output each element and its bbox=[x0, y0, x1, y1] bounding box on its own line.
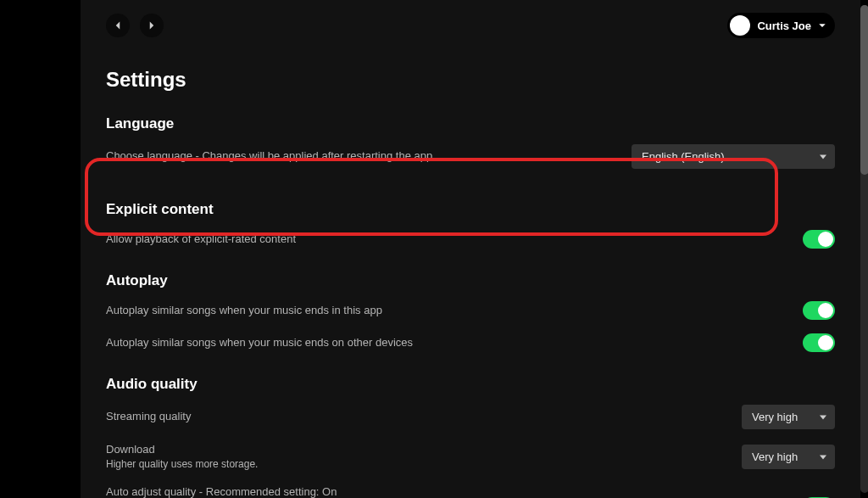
user-menu-button[interactable]: Curtis Joe bbox=[727, 13, 835, 38]
autoplay-thisapp-toggle[interactable] bbox=[803, 301, 835, 320]
scrollbar[interactable] bbox=[860, 5, 868, 493]
section-language-heading: Language bbox=[106, 115, 835, 132]
section-explicit-heading: Explicit content bbox=[106, 201, 835, 218]
user-name-label: Curtis Joe bbox=[757, 20, 811, 32]
streaming-quality-select[interactable]: Very high bbox=[742, 405, 835, 429]
autoplay-otherdevices-description: Autoplay similar songs when your music e… bbox=[106, 335, 413, 350]
avatar bbox=[730, 15, 750, 36]
language-select[interactable]: English (English) bbox=[632, 144, 835, 169]
scrollbar-thumb[interactable] bbox=[860, 5, 868, 175]
page-title: Settings bbox=[106, 68, 835, 92]
download-quality-select[interactable]: Very high bbox=[742, 445, 835, 469]
autoplay-thisapp-description: Autoplay similar songs when your music e… bbox=[106, 303, 382, 318]
section-autoplay-heading: Autoplay bbox=[106, 272, 835, 289]
download-quality-label: Download bbox=[106, 443, 258, 456]
nav-forward-button[interactable] bbox=[140, 14, 164, 37]
chevron-left-icon bbox=[113, 20, 123, 31]
language-description: Choose language - Changes will be applie… bbox=[106, 148, 432, 164]
explicit-toggle[interactable] bbox=[803, 230, 835, 249]
autoplay-otherdevices-toggle[interactable] bbox=[803, 333, 835, 352]
streaming-quality-label: Streaming quality bbox=[106, 409, 191, 424]
chevron-right-icon bbox=[147, 20, 157, 31]
nav-back-button[interactable] bbox=[106, 14, 130, 37]
chevron-down-icon bbox=[818, 18, 826, 33]
explicit-description: Allow playback of explicit-rated content bbox=[106, 232, 296, 247]
download-quality-sub: Higher quality uses more storage. bbox=[106, 457, 258, 472]
autoadjust-label: Auto adjust quality - Recommended settin… bbox=[106, 485, 547, 498]
section-audioquality-heading: Audio quality bbox=[106, 376, 835, 393]
